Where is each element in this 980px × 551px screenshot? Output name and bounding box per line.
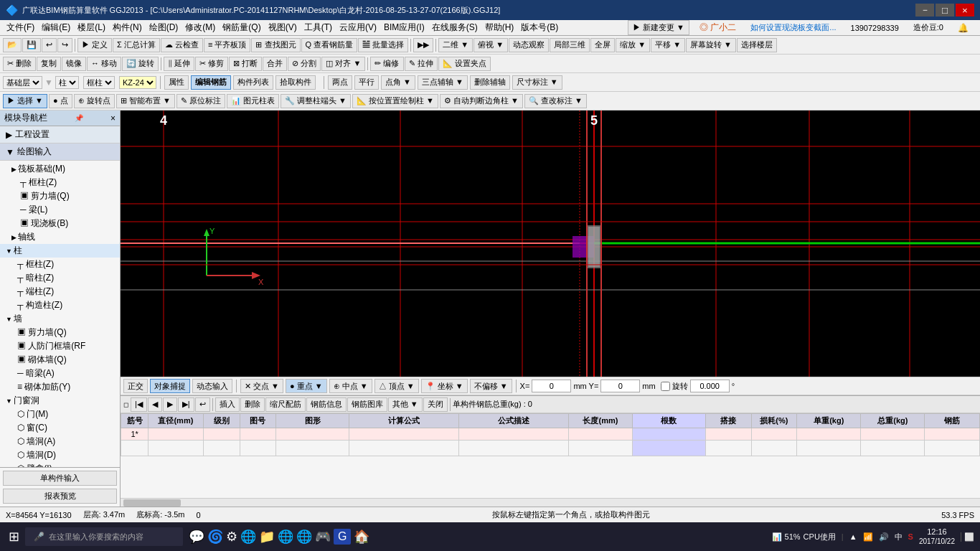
list-item[interactable]: ⬡ 壁龛(I) — [14, 462, 120, 467]
single-elem-input-btn[interactable]: 单构件输入 — [3, 471, 117, 486]
taskbar-app-globe[interactable]: 🌐 — [296, 529, 312, 545]
list-item[interactable]: ┬ 构造柱(Z) — [14, 298, 120, 312]
tb-edit-mod[interactable]: ✏ 编修 — [370, 57, 403, 71]
tb-undo[interactable]: ↩ — [42, 38, 57, 52]
cell-desc[interactable] — [459, 428, 569, 441]
draw-rotate-pt[interactable]: ⊕ 旋转点 — [74, 94, 115, 108]
menu-draw[interactable]: 绘图(D) — [146, 20, 182, 35]
list-item[interactable]: ┬ 端柱(Z) — [14, 285, 120, 298]
menu-online[interactable]: 在线服务(S) — [428, 20, 481, 35]
list-item[interactable]: ─ 梁(L) — [17, 203, 120, 217]
menu-edit[interactable]: 编辑(E) — [38, 20, 74, 35]
taskbar-app-game[interactable]: 🎮 — [315, 529, 331, 545]
rebar-close-btn[interactable]: 关闭 — [423, 397, 448, 412]
tb-zoom[interactable]: 缩放 ▼ — [616, 38, 650, 52]
draw-orig-annot[interactable]: ✎ 原位标注 — [176, 94, 225, 108]
tb-align[interactable]: ◫ 对齐 ▼ — [321, 57, 365, 71]
tray-arrow-up[interactable]: ▲ — [849, 532, 857, 541]
snap-no-offset[interactable]: 不偏移 ▼ — [470, 379, 512, 393]
rebar-prev-btn[interactable]: ◀ — [148, 397, 162, 412]
taskbar-app-ggj[interactable]: G — [334, 529, 351, 545]
report-preview-btn[interactable]: 报表预览 — [3, 489, 117, 504]
tb-rotate[interactable]: 屏幕旋转 ▼ — [686, 38, 736, 52]
cell-fig-no[interactable] — [240, 428, 276, 441]
menu-floor[interactable]: 楼层(L) — [74, 20, 109, 35]
rebar-return-btn[interactable]: ↩ — [195, 397, 210, 412]
cell-grade[interactable] — [203, 428, 240, 441]
rebar-info-btn[interactable]: 钢筋信息 — [306, 397, 347, 412]
measure-del-axis[interactable]: 删除辅轴 — [470, 75, 510, 90]
tb-save[interactable]: 💾 — [22, 38, 41, 52]
cell-loss[interactable] — [751, 428, 797, 441]
draw-by-pos[interactable]: 📐 按位置置绘制柱 ▼ — [352, 94, 438, 108]
list-item[interactable]: ▶ 轴线 — [0, 230, 120, 244]
menu-modify[interactable]: 修改(M) — [182, 20, 219, 35]
rebar-last-btn[interactable]: ▶| — [178, 397, 194, 412]
list-item[interactable]: ┬ 框柱(Z) — [17, 176, 120, 189]
snap-coord[interactable]: 📍 坐标 ▼ — [421, 379, 468, 393]
new-change-btn[interactable]: ▶ 新建变更 ▼ — [628, 20, 689, 35]
table-row[interactable]: 1* — [121, 428, 980, 441]
rotate-check[interactable] — [661, 382, 670, 391]
tb-calc[interactable]: Σ 汇总计算 — [113, 38, 160, 52]
tb-delete[interactable]: ✂ 删除 — [3, 57, 36, 71]
cell-length[interactable] — [568, 428, 632, 441]
draw-auto-corner[interactable]: ⚙ 自动判断边角柱 ▼ — [440, 94, 523, 108]
list-item[interactable]: ▣ 砌体墙(Q) — [14, 353, 120, 367]
tb-more[interactable]: ▶▶ — [413, 38, 433, 52]
cell-formula[interactable] — [349, 428, 459, 441]
minimize-button[interactable]: － — [915, 4, 934, 17]
time-block[interactable]: 12:16 2017/10/22 — [919, 527, 955, 545]
ortho-btn[interactable]: 正交 — [123, 379, 148, 393]
rebar-table-container[interactable]: 筋号 直径(mm) 级别 图号 图形 计算公式 公式描述 长度(mm) 根数 搭… — [121, 413, 980, 498]
list-item[interactable]: ▣ 剪力墙(Q) — [17, 189, 120, 203]
snap-midpoint[interactable]: ⊕ 中点 ▼ — [329, 379, 372, 393]
tb-cloud-check[interactable]: ☁ 云检查 — [161, 38, 203, 52]
taskbar-app-home[interactable]: 🏠 — [354, 529, 369, 545]
taskbar-app-ie[interactable]: 🌐 — [278, 529, 293, 545]
scroll-thumb[interactable] — [123, 499, 181, 507]
menu-bim[interactable]: BIM应用(I) — [380, 20, 428, 35]
draw-select[interactable]: ▶ 选择 ▼ — [3, 94, 47, 108]
tb-find[interactable]: ⊞ 查找图元 — [251, 38, 300, 52]
snap-btn[interactable]: 对象捕捉 — [150, 379, 190, 393]
taskbar-app-edge[interactable]: 🌐 — [240, 529, 256, 545]
canvas-area[interactable]: 4 5 Y X — [121, 110, 980, 377]
list-item[interactable]: ─ 暗梁(A) — [14, 367, 120, 380]
list-item[interactable]: ▼ 墙 — [0, 312, 120, 326]
canvas-hscroll[interactable] — [121, 498, 980, 507]
cell-shape[interactable] — [276, 428, 349, 441]
menu-tools[interactable]: 工具(T) — [301, 20, 336, 35]
tb-topview[interactable]: 俯视 ▼ — [473, 38, 508, 52]
snap-endpoint[interactable]: ● 重点 ▼ — [286, 379, 327, 393]
draw-point[interactable]: ● 点 — [49, 94, 72, 108]
tb-trim[interactable]: ✂ 修剪 — [195, 57, 228, 71]
menu-view[interactable]: 视图(V) — [265, 20, 301, 35]
taskbar-app-widget[interactable]: 🌀 — [207, 529, 223, 545]
tb-stretch[interactable]: ✎ 拉伸 — [405, 57, 438, 71]
snap-vertex[interactable]: △ 顶点 ▼ — [374, 379, 419, 393]
snap-intersect[interactable]: ✕ 交点 ▼ — [240, 379, 283, 393]
tb-2d[interactable]: 二维 ▼ — [438, 38, 473, 52]
rotate-input[interactable] — [690, 380, 730, 392]
cell-count[interactable] — [633, 428, 706, 441]
rebar-first-btn[interactable]: |◀ — [131, 397, 147, 412]
layer-select[interactable]: 基础层 — [3, 76, 42, 89]
measure-parallel[interactable]: 平行 — [354, 75, 379, 90]
prop-elem-list-btn[interactable]: 构件列表 — [233, 75, 273, 90]
menu-element[interactable]: 构件(N) — [109, 20, 146, 35]
list-item[interactable]: ⬡ 窗(C) — [14, 421, 120, 435]
close-button[interactable]: × — [956, 4, 974, 17]
rebar-next-btn[interactable]: ▶ — [163, 397, 177, 412]
bell-icon[interactable]: 🔔 — [953, 20, 973, 35]
tb-level-top[interactable]: ≡ 平齐板顶 — [204, 38, 250, 52]
tb-set-grip[interactable]: 📐 设置夹点 — [438, 57, 491, 71]
sidebar-section-setup[interactable]: ▶ 工程设置 — [0, 126, 120, 143]
cell-diameter[interactable] — [149, 428, 203, 441]
measure-dim[interactable]: 尺寸标注 ▼ — [512, 75, 562, 90]
cell-unit-wt[interactable] — [797, 428, 861, 441]
draw-query-annot[interactable]: 🔍 查改标注 ▼ — [524, 94, 587, 108]
menu-help[interactable]: 帮助(H) — [481, 20, 518, 35]
rebar-other-btn[interactable]: 其他 ▼ — [388, 397, 423, 412]
dynamic-input-btn[interactable]: 动态输入 — [192, 379, 232, 393]
